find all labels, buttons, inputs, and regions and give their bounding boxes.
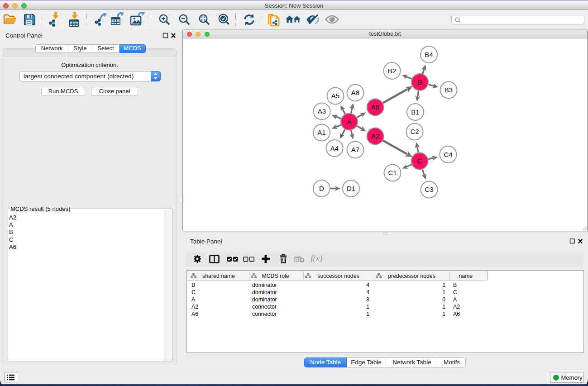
svg-text:A: A bbox=[347, 118, 351, 125]
svg-text:A2: A2 bbox=[371, 132, 379, 140]
svg-text:B4: B4 bbox=[425, 51, 433, 58]
svg-text:A6: A6 bbox=[371, 103, 379, 111]
svg-text:D1: D1 bbox=[347, 185, 355, 192]
svg-text:A5: A5 bbox=[331, 92, 339, 100]
svg-text:B1: B1 bbox=[411, 108, 419, 116]
svg-text:A8: A8 bbox=[351, 89, 359, 96]
svg-text:A1: A1 bbox=[317, 129, 325, 136]
svg-text:C2: C2 bbox=[410, 128, 419, 135]
svg-text:C4: C4 bbox=[444, 151, 452, 158]
svg-text:A7: A7 bbox=[351, 146, 359, 153]
svg-text:C1: C1 bbox=[388, 169, 397, 176]
svg-text:A4: A4 bbox=[330, 144, 339, 152]
svg-text:B: B bbox=[417, 78, 422, 86]
svg-text:A3: A3 bbox=[318, 107, 326, 115]
svg-text:D: D bbox=[319, 185, 324, 192]
svg-text:C3: C3 bbox=[425, 186, 433, 193]
svg-text:B3: B3 bbox=[445, 86, 453, 94]
svg-text:B2: B2 bbox=[388, 67, 396, 75]
svg-text:C: C bbox=[417, 157, 422, 165]
